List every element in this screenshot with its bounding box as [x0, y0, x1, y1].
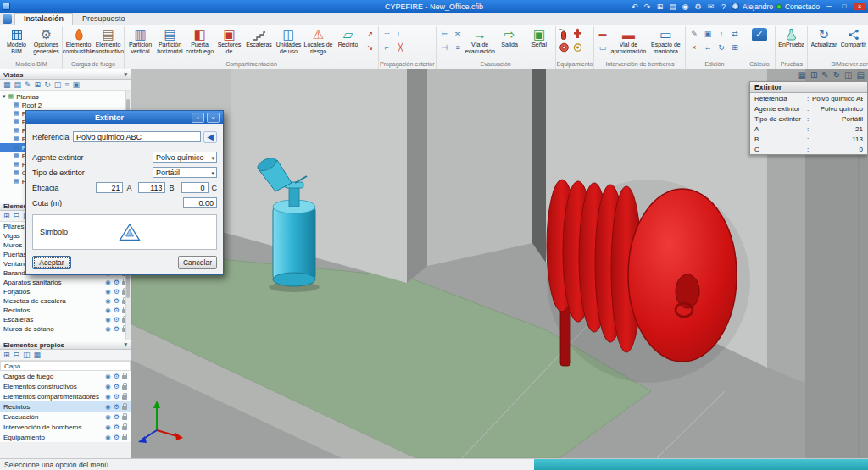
referencia-input[interactable] — [73, 131, 201, 142]
recinto-delete-icon[interactable]: ↘ — [364, 41, 376, 53]
own-element-row[interactable]: Cargas de fuego◉⚙ — [0, 371, 131, 381]
split-view-icon[interactable]: ◫ — [54, 80, 62, 89]
dialog-titlebar[interactable]: Extintor ▫ × — [26, 111, 223, 124]
extinguisher-icon[interactable] — [558, 28, 570, 40]
elementos-propios-panel-header[interactable]: Elementos propios — [0, 340, 131, 350]
visibility-eye-icon[interactable]: ◉ — [105, 403, 111, 411]
calcular-button[interactable]: ✓ — [744, 26, 774, 55]
plant-item[interactable]: ▦Roof 2 — [0, 101, 131, 109]
tab-presupuesto[interactable]: Presupuesto — [73, 13, 135, 25]
particion-vertical-button[interactable]: ▥ Partición vertical — [125, 26, 155, 55]
compartir-button[interactable]: Compartir — [838, 26, 868, 55]
3d-viewport[interactable]: ▦ ⊞ ✎ ↻ ◫ ▤ Extintor ReferenciaPolvo quí… — [131, 69, 868, 458]
capture-icon[interactable]: ▤ — [668, 3, 677, 11]
pick-reference-arrow-button[interactable]: ◀ — [203, 131, 217, 143]
lock-icon[interactable] — [122, 426, 127, 430]
lock-icon[interactable] — [122, 395, 127, 400]
refresh-scene-icon[interactable]: ↻ — [833, 70, 840, 80]
own-element-row-selected[interactable]: Recintos◉⚙ — [0, 401, 131, 412]
move-icon[interactable]: ↔ — [701, 41, 714, 53]
mail-icon[interactable]: ✉ — [706, 3, 715, 11]
tab-instalacion[interactable]: Instalación — [14, 13, 73, 25]
settings-gear-icon[interactable]: ⚙ — [114, 288, 120, 296]
access-zone-icon[interactable]: ▭ — [596, 41, 609, 53]
columns-icon[interactable]: ◫ — [23, 351, 31, 359]
hydrant-icon[interactable] — [571, 28, 584, 40]
own-element-row[interactable]: Intervención de bomberos◉⚙ — [0, 422, 131, 432]
roof-propagation-icon[interactable]: ⌐ — [381, 41, 393, 53]
grid-icon[interactable]: ▣ — [72, 80, 80, 89]
settings-gear-icon[interactable]: ⚙ — [114, 307, 120, 314]
cancelar-button[interactable]: Cancelar — [178, 256, 217, 269]
espacio-maniobra-button[interactable]: ▭ Espacio de maniobra — [647, 26, 684, 55]
visibility-eye-icon[interactable]: ◉ — [105, 297, 111, 305]
eficacia-b-input[interactable] — [138, 182, 165, 193]
settings-gear-icon[interactable]: ⚙ — [114, 413, 120, 421]
array-icon[interactable]: ⊞ — [728, 41, 741, 53]
expand-icon[interactable]: ⊞ — [3, 212, 10, 220]
element-row[interactable]: Muros de sótano◉⚙ — [0, 324, 131, 334]
render-options-icon[interactable]: ▤ — [857, 70, 865, 80]
visibility-eye-icon[interactable]: ◉ — [105, 423, 111, 431]
smoke-detector-icon[interactable] — [571, 41, 584, 53]
split-scene-icon[interactable]: ◫ — [844, 70, 852, 80]
settings-gear-icon[interactable]: ⚙ — [114, 423, 120, 431]
tree-caret-icon[interactable]: ▾ — [3, 93, 6, 100]
vial-aproximacion-button[interactable]: ▬ Vial de aproximación — [609, 26, 647, 55]
settings-gear-icon[interactable]: ⚙ — [114, 297, 120, 305]
facade-propagation-icon[interactable]: ┄ — [381, 28, 393, 40]
route-list-icon[interactable]: ≡ — [452, 41, 465, 53]
delete-propagation-icon[interactable]: ╳ — [394, 41, 407, 53]
hose-reel-icon[interactable] — [558, 41, 570, 53]
elemento-constructivo-button[interactable]: ▤ Elemento constructivo — [93, 26, 123, 55]
enprueba-button[interactable]: EnPrueba — [776, 26, 806, 55]
settings-gear-icon[interactable]: ⚙ — [114, 373, 120, 380]
salida-button[interactable]: ⇨ Salida — [495, 26, 525, 55]
lock-icon[interactable] — [122, 375, 127, 379]
party-wall-icon[interactable]: ∟ — [394, 28, 407, 40]
settings-gear-icon[interactable]: ⚙ — [114, 403, 120, 411]
via-evacuacion-button[interactable]: → Vía de evacuación — [465, 26, 495, 55]
element-row[interactable]: Recintos◉⚙ — [0, 306, 131, 315]
visibility-eye-icon[interactable]: ◉ — [105, 373, 111, 380]
delete-icon[interactable]: × — [687, 41, 700, 53]
puerta-cortafuego-button[interactable]: ◧ Puerta cortafuego — [185, 26, 214, 55]
route-check-icon[interactable]: ⊣ — [438, 41, 451, 53]
opciones-generales-button[interactable]: ⚙ Opciones generales — [31, 26, 61, 55]
edit-view-icon[interactable]: ✎ — [25, 80, 31, 89]
user-avatar-icon[interactable] — [732, 3, 739, 10]
app-menu-icon[interactable] — [3, 14, 12, 24]
settings-gear-icon[interactable]: ⚙ — [114, 393, 120, 401]
visibility-eye-icon[interactable]: ◉ — [105, 383, 111, 390]
stretch-icon[interactable]: ↕ — [715, 28, 727, 40]
lock-icon[interactable] — [122, 416, 127, 420]
escaleras-button[interactable]: Escaleras — [244, 26, 274, 55]
vistas-panel-header[interactable]: Vistas — [0, 69, 131, 80]
locales-riesgo-button[interactable]: ⚠ Locales de riesgo — [303, 26, 333, 55]
collapse-icon[interactable]: ⊟ — [14, 212, 20, 220]
undo-icon[interactable]: ↶ — [630, 3, 639, 11]
visibility-eye-icon[interactable]: ◉ — [105, 434, 111, 441]
particion-horizontal-button[interactable]: ▤ Partición horizontal — [155, 26, 185, 55]
tipo-extintor-select[interactable]: Portátil — [153, 167, 217, 178]
collapse-icon[interactable]: ⊟ — [14, 351, 20, 359]
own-element-row[interactable]: Evacuación◉⚙ — [0, 412, 131, 422]
layers-icon[interactable]: ▦ — [34, 351, 42, 359]
elevation-view-icon[interactable]: ▤ — [14, 80, 22, 89]
agente-extintor-select[interactable]: Polvo químico — [153, 152, 217, 163]
aceptar-button[interactable]: Aceptar — [32, 256, 71, 269]
lock-icon[interactable] — [122, 406, 127, 410]
element-row[interactable]: Mesetas de escalera◉⚙ — [0, 296, 131, 306]
edit-scene-icon[interactable]: ✎ — [821, 70, 828, 80]
element-row[interactable]: Escaleras◉⚙ — [0, 315, 131, 324]
dialog-detach-button[interactable]: ▫ — [192, 113, 204, 123]
visibility-eye-icon[interactable]: ◉ — [105, 288, 111, 296]
hose-reel-3d-model[interactable] — [547, 180, 750, 383]
plan-view-icon[interactable]: ▦ — [3, 80, 11, 89]
settings-gear-icon[interactable]: ⚙ — [114, 383, 120, 390]
redo-icon[interactable]: ↷ — [643, 3, 652, 11]
search-icon[interactable]: ◉ — [681, 3, 690, 11]
mirror-icon[interactable]: ⇄ — [728, 28, 741, 40]
copy-icon[interactable]: ▣ — [701, 28, 714, 40]
own-element-row[interactable]: Equipamiento◉⚙ — [0, 432, 131, 442]
